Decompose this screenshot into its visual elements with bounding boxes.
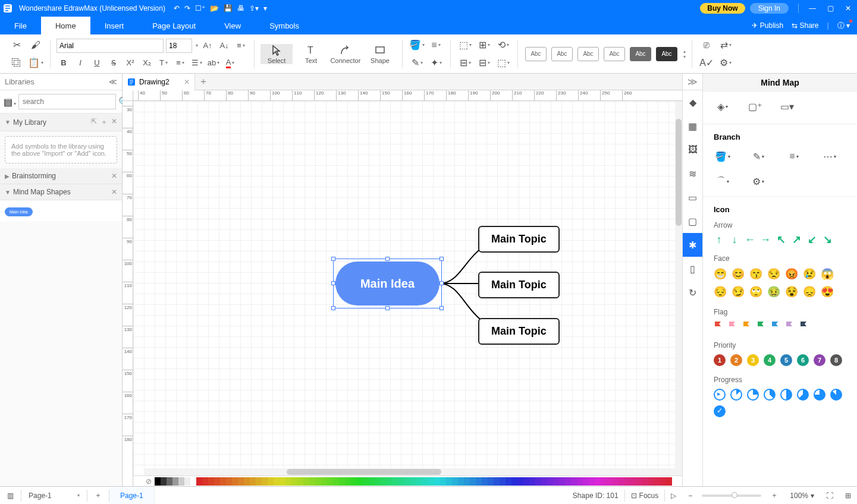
color-swatch[interactable] bbox=[595, 477, 601, 486]
color-swatch[interactable] bbox=[619, 477, 624, 486]
color-swatch[interactable] bbox=[333, 477, 339, 486]
branch-color-icon[interactable]: 🪣▾ bbox=[714, 149, 732, 164]
page-list-button[interactable]: ▥ bbox=[0, 492, 21, 500]
style-preset-6[interactable]: Abc bbox=[656, 47, 677, 61]
style-preset-2[interactable]: Abc bbox=[551, 47, 573, 61]
color-swatch[interactable] bbox=[291, 477, 297, 486]
color-swatch[interactable] bbox=[321, 477, 327, 486]
color-swatch[interactable] bbox=[601, 477, 607, 486]
align-text-icon[interactable]: ≡▾ bbox=[234, 39, 248, 52]
cut-icon[interactable]: ✂ bbox=[8, 38, 25, 52]
style-preset-3[interactable]: Abc bbox=[577, 47, 599, 61]
bullet-list-icon[interactable]: ☰▾ bbox=[190, 56, 204, 70]
color-swatch[interactable] bbox=[434, 477, 440, 486]
priority-3-icon[interactable]: 3 bbox=[747, 354, 759, 366]
color-swatch[interactable] bbox=[553, 477, 559, 486]
fit-button[interactable]: ⊞ bbox=[839, 492, 857, 500]
zoom-in-button[interactable]: ＋ bbox=[765, 490, 784, 500]
progress-2-icon[interactable] bbox=[747, 389, 759, 401]
color-swatch[interactable] bbox=[648, 477, 654, 486]
sign-in-button[interactable]: Sign In bbox=[750, 3, 789, 14]
color-swatch[interactable] bbox=[416, 477, 422, 486]
add-page-button[interactable]: ＋ bbox=[87, 490, 109, 500]
color-swatch[interactable] bbox=[613, 477, 619, 486]
play-button[interactable]: ▷ bbox=[665, 492, 682, 500]
import-lib-icon[interactable]: ⇱ bbox=[91, 117, 97, 127]
color-swatch[interactable] bbox=[262, 477, 268, 486]
library-menu-icon[interactable]: ▤▾ bbox=[4, 96, 16, 108]
arrow-downright-icon[interactable]: ↘ bbox=[822, 234, 833, 245]
new-icon[interactable]: ☐⁺ bbox=[195, 4, 205, 12]
menu-symbols[interactable]: Symbols bbox=[255, 17, 313, 34]
undo-icon[interactable]: ↶ bbox=[174, 4, 180, 12]
layers-panel-icon[interactable]: ≋ bbox=[683, 162, 703, 185]
arrow-left-icon[interactable]: ← bbox=[745, 234, 755, 245]
subscript-icon[interactable]: X₂ bbox=[140, 56, 154, 70]
color-swatch[interactable] bbox=[404, 477, 410, 486]
face-sick-icon[interactable]: 🤢 bbox=[767, 285, 780, 298]
color-swatch[interactable] bbox=[476, 477, 482, 486]
branch-style-icon[interactable]: ≡▾ bbox=[785, 149, 803, 164]
fill-icon[interactable]: 🪣▾ bbox=[409, 38, 425, 52]
arrow-upright-icon[interactable]: ↗ bbox=[791, 234, 802, 245]
color-swatch[interactable] bbox=[624, 477, 630, 486]
color-swatch[interactable] bbox=[297, 477, 303, 486]
color-swatch[interactable] bbox=[535, 477, 541, 486]
node-main-idea[interactable]: Main Idea bbox=[335, 262, 440, 305]
focus-button[interactable]: ⊡ Focus bbox=[625, 492, 665, 500]
paste-icon[interactable]: 📋▾ bbox=[27, 56, 44, 70]
flag-orange-icon[interactable] bbox=[742, 321, 752, 332]
arrow-up-icon[interactable]: ↑ bbox=[714, 234, 724, 245]
color-swatch[interactable] bbox=[482, 477, 488, 486]
color-swatch[interactable] bbox=[232, 477, 238, 486]
style-preset-5[interactable]: Abc bbox=[630, 47, 651, 61]
color-swatch[interactable] bbox=[208, 477, 214, 486]
priority-6-icon[interactable]: 6 bbox=[797, 354, 809, 366]
menu-file[interactable]: File bbox=[0, 17, 41, 34]
color-swatch[interactable] bbox=[393, 477, 398, 486]
page-selector[interactable]: Page-1▾ bbox=[21, 492, 87, 500]
font-family-combo[interactable] bbox=[56, 39, 164, 53]
face-scream-icon[interactable]: 😱 bbox=[821, 267, 834, 281]
arrow-down-icon[interactable]: ↓ bbox=[729, 234, 740, 245]
strikethrough-icon[interactable]: S̶ bbox=[106, 56, 121, 70]
arrow-right-icon[interactable]: → bbox=[760, 234, 771, 245]
color-swatch[interactable] bbox=[256, 477, 262, 486]
color-swatch[interactable] bbox=[274, 477, 280, 486]
style-preset-4[interactable]: Abc bbox=[604, 47, 625, 61]
face-dizzy-icon[interactable]: 😵 bbox=[785, 285, 798, 298]
arrow-downleft-icon[interactable]: ↙ bbox=[806, 234, 817, 245]
face-hearteyes-icon[interactable]: 😍 bbox=[821, 285, 834, 298]
select-tool[interactable]: Select bbox=[260, 44, 293, 64]
open-icon[interactable]: 📂 bbox=[210, 4, 219, 12]
color-swatch[interactable] bbox=[583, 477, 589, 486]
color-swatch[interactable] bbox=[357, 477, 363, 486]
color-swatch[interactable] bbox=[506, 477, 511, 486]
progress-7-icon[interactable] bbox=[830, 389, 842, 401]
close-brainstorming-icon[interactable]: ✕ bbox=[111, 172, 117, 180]
face-roll-icon[interactable]: 🙄 bbox=[749, 285, 762, 298]
shape-main-idea[interactable]: Main Idea bbox=[5, 207, 33, 216]
page-tab-1[interactable]: Page-1 bbox=[109, 487, 155, 505]
style-row-down[interactable]: ▾ bbox=[683, 54, 686, 59]
shrink-font-icon[interactable]: A↓ bbox=[217, 39, 231, 52]
zoom-out-button[interactable]: − bbox=[682, 492, 698, 500]
color-swatch[interactable] bbox=[565, 477, 571, 486]
node-topic-1[interactable]: Main Topic bbox=[478, 226, 560, 253]
color-swatch[interactable] bbox=[244, 477, 250, 486]
menu-page-layout[interactable]: Page Layout bbox=[138, 17, 210, 34]
line-color-icon[interactable]: ✎▾ bbox=[409, 56, 425, 70]
color-swatch[interactable] bbox=[155, 477, 161, 486]
priority-4-icon[interactable]: 4 bbox=[764, 354, 776, 366]
add-tab-button[interactable]: ＋ bbox=[195, 75, 212, 88]
line-spacing-icon[interactable]: ≡▾ bbox=[173, 56, 187, 70]
share-button[interactable]: ⇆ Share bbox=[792, 21, 818, 30]
color-swatch[interactable] bbox=[214, 477, 220, 486]
flag-purple-icon[interactable] bbox=[785, 321, 795, 332]
progress-0-icon[interactable]: ▸ bbox=[714, 389, 726, 401]
progress-6-icon[interactable] bbox=[814, 389, 825, 401]
color-swatch[interactable] bbox=[161, 477, 167, 486]
size-icon[interactable]: ⬚▾ bbox=[495, 56, 511, 70]
minimize-button[interactable]: — bbox=[803, 4, 821, 12]
color-swatch[interactable] bbox=[363, 477, 369, 486]
